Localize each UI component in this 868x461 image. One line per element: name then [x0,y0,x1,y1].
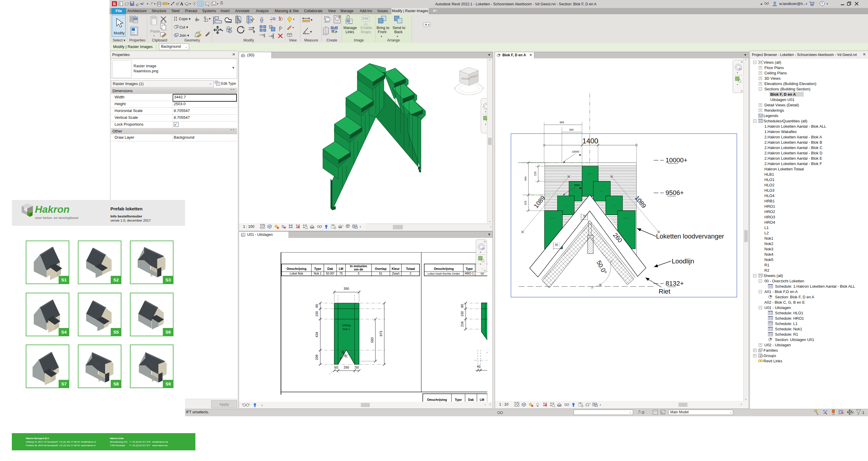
svg-text:Dak: Dak [328,267,333,270]
svg-text:Type: Type [314,267,321,270]
svg-text:▾: ▾ [827,2,828,5]
svg-text:▾: ▾ [292,26,294,29]
svg-text:Omschrijving: Omschrijving [286,267,306,270]
svg-text:75: 75 [339,272,343,275]
svg-text:R: R [113,2,116,6]
svg-text:Cope ▾: Cope ▾ [179,17,191,21]
svg-text:Enable: Enable [361,26,372,30]
svg-text:41: 41 [477,365,480,368]
svg-text:LM: LM [479,398,484,401]
svg-text:▾: ▾ [189,2,191,5]
svg-text:3: 3 [358,272,360,275]
svg-text:w.landkoer@h...: w.landkoer@h... [779,2,806,6]
svg-text:Omschrijving: Omschrijving [434,267,454,270]
svg-text:Snaps: Snaps [361,30,371,34]
svg-text:Loodlijn: Loodlijn [672,257,694,265]
svg-text:80: 80 [460,304,464,308]
svg-text:▾: ▾ [140,2,142,5]
svg-text:▾: ▾ [209,17,211,20]
svg-text:Dak: Dak [468,398,474,401]
svg-text:50: 50 [334,366,338,369]
svg-text:R 1: R 1 [613,204,616,206]
svg-text:2: 2 [410,272,411,275]
svg-text:Back: Back [394,30,403,34]
svg-text:583: 583 [370,338,374,343]
svg-text:209: 209 [315,355,318,360]
svg-text:873: 873 [379,331,383,336]
svg-text:HRO 1: HRO 1 [465,272,474,275]
svg-text:Join ▾: Join ▾ [179,33,189,38]
svg-text:350: 350 [344,287,349,290]
svg-text:⌄: ⌄ [730,411,732,414]
svg-text:80: 80 [555,243,558,246]
svg-text:1400: 1400 [582,137,598,145]
svg-text:⌄: ⌄ [629,411,631,414]
svg-text:50: 50 [355,366,359,369]
svg-text:50.00°: 50.00° [326,272,335,275]
svg-text::1: :1 [862,411,864,415]
svg-text:8132+: 8132+ [665,280,684,287]
svg-text:▾: ▾ [147,2,148,5]
svg-text:Totaal: Totaal [406,267,415,270]
svg-text:78: 78 [583,214,586,218]
svg-text:Loketten loodvervanger: Loketten loodvervanger [656,233,724,240]
svg-text:225: 225 [534,171,537,176]
svg-text:Links: Links [345,30,354,34]
svg-text:Front: Front [378,30,386,34]
svg-text:10000: 10000 [572,150,579,153]
svg-text:▾: ▾ [806,2,807,5]
svg-text:Loket Nok: Loket Nok [290,272,304,275]
svg-text:Cut ▾: Cut ▾ [179,25,188,29]
svg-text:216: 216 [460,321,464,327]
svg-text:Riet: Riet [659,288,670,295]
svg-text:225: 225 [524,201,527,205]
svg-text:Paste: Paste [150,29,160,33]
svg-text:▾: ▾ [153,34,155,37]
svg-text:494: 494 [524,176,527,181]
svg-text:Bring to: Bring to [377,26,389,30]
svg-text:‹: ‹ [261,403,262,407]
svg-text:Type: Type [455,398,462,401]
svg-text:Nok 1: Nok 1 [314,272,322,275]
svg-text:61: 61 [379,272,382,275]
svg-text:Autodesk Revit 2022.1 - Lokett: Autodesk Revit 2022.1 - Loketten - Schoo… [435,2,596,6]
svg-text:Type: Type [466,267,473,270]
svg-text:Overlap: Overlap [375,267,386,270]
svg-text:Zwart: Zwart [392,272,399,275]
svg-text:Omschrijving: Omschrijving [427,398,447,401]
svg-text:150: 150 [315,311,318,316]
svg-text:R 1: R 1 [600,191,603,193]
svg-text:9506+: 9506+ [665,189,684,196]
svg-text:Kleur: Kleur [392,267,400,270]
svg-text:80: 80 [315,304,318,308]
svg-text:50.0°: 50.0° [595,259,608,275]
svg-text:PDF: PDF [363,17,369,21]
svg-text:Loket Hoek Rechts Onder: Loket Hoek Rechts Onder [428,272,460,275]
svg-text:Modify: Modify [114,31,125,35]
svg-text:L 1: L 1 [564,204,567,206]
svg-text:Hakron: Hakron [35,204,69,215]
svg-text:9506: 9506 [574,184,580,186]
svg-text:▾: ▾ [381,35,382,38]
svg-text:A: A [180,1,183,6]
svg-text:Manage: Manage [343,26,357,30]
svg-text:FRONT: FRONT [461,77,470,80]
svg-text:▾: ▾ [217,2,218,5]
svg-text:▾: ▾ [311,18,312,21]
svg-text:?: ? [821,2,823,5]
svg-text:Nok 1: Nok 1 [343,327,350,330]
svg-text:▾: ▾ [293,18,294,21]
svg-text:HLO 1: HLO 1 [550,217,556,219]
svg-text:LM: LM [339,267,343,270]
svg-text:S: S [282,224,284,229]
svg-text:‹: ‹ [600,402,601,407]
svg-text:10000+: 10000+ [665,156,687,164]
svg-text:969: 969 [560,121,564,124]
svg-text:Nok 1: Nok 1 [587,173,593,175]
svg-text:Main Model: Main Model [670,410,689,414]
svg-text:om de: om de [354,267,363,271]
svg-text::0: :0 [641,411,644,415]
svg-text:‹: ‹ [360,224,361,229]
svg-text:L 1: L 1 [574,191,577,193]
svg-text:434: 434 [315,332,318,337]
